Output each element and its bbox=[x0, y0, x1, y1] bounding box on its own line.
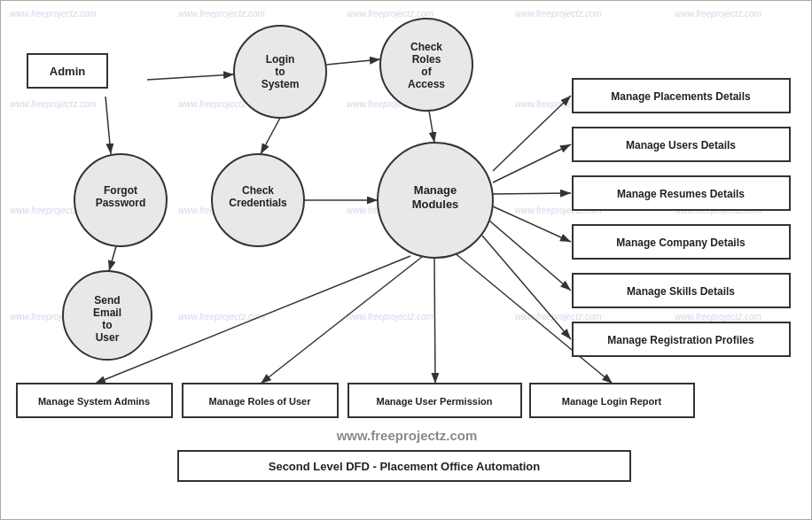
svg-text:www.freeprojectz.com: www.freeprojectz.com bbox=[675, 9, 761, 19]
svg-text:Manage: Manage bbox=[414, 183, 457, 197]
svg-line-30 bbox=[493, 193, 571, 194]
svg-line-27 bbox=[109, 246, 116, 271]
svg-line-23 bbox=[429, 111, 434, 143]
svg-text:to: to bbox=[102, 319, 112, 331]
svg-text:Password: Password bbox=[96, 197, 146, 209]
svg-text:Manage User Permission: Manage User Permission bbox=[377, 396, 493, 407]
svg-text:Manage System Admins: Manage System Admins bbox=[38, 396, 150, 407]
svg-text:Manage Placements Details: Manage Placements Details bbox=[611, 90, 751, 103]
svg-text:www.freeprojectz.com: www.freeprojectz.com bbox=[347, 312, 433, 322]
svg-text:Manage Registration Profiles: Manage Registration Profiles bbox=[607, 334, 754, 346]
svg-text:Forgot: Forgot bbox=[104, 184, 137, 197]
svg-text:www.freeprojectz.com: www.freeprojectz.com bbox=[10, 99, 97, 109]
svg-text:www.freeprojectz.com: www.freeprojectz.com bbox=[515, 9, 602, 19]
svg-text:Admin: Admin bbox=[50, 65, 86, 78]
svg-text:www.freeprojectz.com: www.freeprojectz.com bbox=[347, 9, 433, 19]
svg-text:www.freeprojectz.com: www.freeprojectz.com bbox=[675, 312, 761, 322]
svg-text:of: of bbox=[421, 66, 432, 78]
svg-text:Manage Company Details: Manage Company Details bbox=[616, 237, 746, 249]
svg-text:www.freeprojectz.com: www.freeprojectz.com bbox=[178, 9, 265, 19]
svg-line-22 bbox=[326, 59, 380, 65]
svg-text:User: User bbox=[96, 331, 120, 344]
svg-text:Manage Skills Details: Manage Skills Details bbox=[627, 285, 735, 298]
svg-text:System: System bbox=[262, 78, 300, 90]
svg-text:Login: Login bbox=[266, 53, 295, 66]
svg-text:Send: Send bbox=[94, 294, 120, 307]
svg-line-21 bbox=[147, 74, 234, 80]
svg-text:Manage Login Report: Manage Login Report bbox=[562, 396, 662, 407]
svg-text:www.freeprojectz.com: www.freeprojectz.com bbox=[336, 428, 478, 443]
svg-text:Second Level DFD - Placement O: Second Level DFD - Placement Office Auto… bbox=[269, 460, 541, 473]
svg-text:Credentials: Credentials bbox=[229, 197, 287, 209]
svg-text:to: to bbox=[275, 66, 285, 78]
svg-text:Roles: Roles bbox=[412, 53, 441, 66]
svg-line-36 bbox=[434, 258, 435, 384]
svg-text:www.freeprojectz.com: www.freeprojectz.com bbox=[10, 9, 97, 19]
svg-text:Check: Check bbox=[242, 184, 274, 197]
svg-text:Manage Resumes Details: Manage Resumes Details bbox=[617, 188, 745, 200]
svg-text:Check: Check bbox=[410, 41, 442, 53]
svg-text:Email: Email bbox=[93, 307, 121, 319]
svg-text:Access: Access bbox=[408, 78, 445, 90]
diagram-svg: www.freeprojectz.com www.freeprojectz.co… bbox=[1, 1, 812, 520]
svg-text:Manage Users Details: Manage Users Details bbox=[626, 139, 736, 151]
svg-text:Modules: Modules bbox=[412, 198, 459, 211]
svg-text:Manage Roles of User: Manage Roles of User bbox=[209, 396, 312, 407]
svg-line-26 bbox=[105, 97, 111, 154]
svg-line-24 bbox=[261, 118, 280, 154]
diagram-container: www.freeprojectz.com www.freeprojectz.co… bbox=[0, 0, 812, 520]
svg-line-29 bbox=[493, 144, 571, 182]
svg-line-32 bbox=[489, 221, 571, 291]
